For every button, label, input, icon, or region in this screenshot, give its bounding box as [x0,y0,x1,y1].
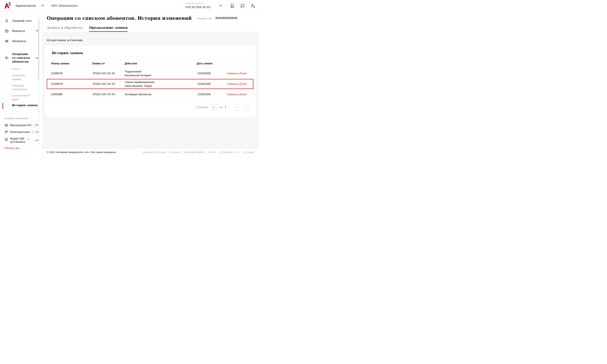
sidebar-item-group-label[interactable]: Операции со списком абонентов [12,52,34,64]
footer-link[interactable]: Vip Mobile Mobiltel [184,151,204,154]
content-area: История заявок за 6 месяцев История заяв… [43,32,259,149]
chevron-down-icon[interactable] [36,30,39,32]
history-period-subtitle: История заявок за 6 месяцев [47,39,83,42]
request-history-table: Номер заявки Заявка от Действие Дата зая… [47,59,253,100]
show-all-link[interactable]: Показать все [4,147,20,149]
sidebar-item-label: Smart-рассылка [10,130,30,133]
pagination: Страница: 1 из 1 [196,104,250,110]
footer-links: Member of A1 Group A1 Austria Vip Mobile… [143,151,254,154]
sidebar-item-subscriber-list-operations[interactable] [5,56,9,60]
info-icon[interactable] [31,130,34,133]
request-number: 12345680 [47,89,88,100]
column-header-action: Действие [120,59,193,68]
chat-icon[interactable] [240,4,245,8]
sidebar-item-personal-account[interactable]: Лицевой счет [5,19,32,23]
briefcase-icon [5,29,9,33]
cloud-pbx-icon [4,123,8,127]
sidebar-item-label: Абоненты [12,40,26,43]
of-label: из [220,106,223,109]
sidebar-scrollbar-thumb[interactable] [38,18,39,80]
footer-link[interactable]: A1 Slovenija [219,151,233,154]
sidebar-subitem-tariff-change[interactable]: Изменение тарифа [12,73,25,81]
sidebar-subitem-static-ip[interactable]: Статический IP- адрес [12,94,31,101]
sidebar-item-smart-mailing[interactable]: Smart-рассылка [4,130,34,134]
request-from: 375XX XXX XX XX [88,68,120,79]
chevron-up-icon[interactable] [36,57,39,59]
personal-account-label: Лицевой счет [197,17,212,20]
request-action: Активация абонентов [120,89,193,100]
a1-logo[interactable]: A 1 [4,2,12,10]
card-title: История заявок [52,51,83,55]
request-from: 375XX XXX XX XX [88,89,120,100]
network-icon [4,130,8,134]
total-pages: 1 [225,106,226,109]
table-row: 12345680 375XX XXX XX XX Активация абоне… [47,89,253,100]
request-action: Смена тарифа/решения Свое решение. Лидер [120,79,193,89]
sidebar-item-finance[interactable]: Финансы [5,29,25,33]
chevron-down-icon[interactable] [36,124,39,126]
footer: © 2025 Унитарное предприятие «А1». Все п… [43,149,259,155]
document-icon[interactable] [230,4,234,8]
footer-link[interactable]: one.Vip [208,151,216,154]
request-history-card: История заявок Номер заявки Заявка от Де… [45,46,256,117]
sidebar-nav: Лицевой счет Финансы [0,12,43,155]
main-content: Операции со списком абонентов. История и… [43,12,259,155]
a1-admin-portal: A 1 Администратор ХХХ «Хххххххххххх» Наз… [0,0,259,155]
yandex-360-icon [4,138,8,142]
column-header-request-number: Номер заявки [47,59,88,68]
tab-previous-requests[interactable]: Предыдущие заявки [89,26,128,32]
tab-request-in-progress[interactable]: Заявка в обработке [47,26,83,32]
company-name: ХХХ «Хххххххххххх» [51,4,78,7]
header-actions [230,4,255,8]
footer-link[interactable]: A1 Digital [243,151,254,154]
download-excel-link[interactable]: Скачать в Excel [227,72,247,75]
chevron-down-icon[interactable] [36,139,39,142]
current-page-input[interactable]: 1 [211,104,217,110]
request-action: Подключение Безопасный интернет [120,68,193,79]
previous-page-button[interactable] [234,104,240,110]
sidebar-item-label: Яндекс 360 для бизнеса [10,137,25,144]
active-item-marker [2,103,3,109]
info-icon[interactable] [27,137,30,140]
table-header-row: Номер заявки Заявка от Действие Дата зая… [47,59,253,68]
sidebar-item-yandex-360[interactable]: Яндекс 360 для бизнеса [4,137,30,144]
chevron-down-icon[interactable] [41,5,44,7]
sidebar-item-label: Финансы [12,29,25,33]
sidebar-subitem-services[interactable]: Услуги [12,67,20,71]
sidebar-item-virtual-pbx[interactable]: Виртуальная АТС [4,123,36,127]
sidebar-item-label: Виртуальная АТС [10,124,32,127]
request-date: 21/04/2025 [193,79,227,89]
table-row-highlighted: 12345679 375XX XXX XX XX Смена тарифа/ре… [47,79,253,89]
account-name-label: Название аккаунта [185,2,227,4]
download-excel-link[interactable]: Скачать в Excel [227,93,247,96]
chevron-down-icon[interactable] [219,5,222,7]
column-header-request-date: Дата заявки [193,59,227,68]
page-label: Страница: [196,106,209,109]
submenu-divider [7,67,7,102]
footer-link[interactable]: A1 Austria [169,151,180,154]
personal-account-number: XXXXXXXXXXXX [215,17,238,20]
tab-bar: Заявка в обработке Предыдущие заявки [47,26,128,32]
next-page-button[interactable] [243,104,250,110]
footer-link[interactable]: Member of A1 Group [143,151,166,154]
contacts-icon[interactable] [251,4,255,8]
request-date: 21/04/2025 [193,89,227,100]
user-icon [5,19,9,23]
logo-digit-one: 1 [8,1,11,6]
sidebar-subitem-subscriber-operations[interactable]: Операции с абонентом [12,84,27,91]
chevron-down-icon[interactable] [36,131,39,133]
column-header-request-from: Заявка от [88,59,120,68]
column-header-download [227,59,253,68]
footer-link[interactable]: FL1 [236,151,240,154]
request-from: 375XX XXX XX XX [88,79,120,89]
request-number: 12345678 [47,68,88,79]
top-header: A 1 Администратор ХХХ «Хххххххххххх» Наз… [0,0,259,12]
request-date: 21/04/2025 [193,68,227,79]
sidebar-item-subscribers[interactable]: Абоненты [5,39,26,43]
page-title: Операции со списком абонентов. История и… [47,15,192,21]
sidebar-subitem-request-history[interactable]: История заявок [12,104,38,107]
role-selector[interactable]: Администратор [15,4,36,7]
account-switcher[interactable]: Название аккаунта +375 XX XXX XX XX [181,0,227,11]
business-solutions-section-title: БИЗНЕС-РЕШЕНИЯ [4,117,28,120]
download-excel-link[interactable]: Скачать в Excel [227,83,247,85]
